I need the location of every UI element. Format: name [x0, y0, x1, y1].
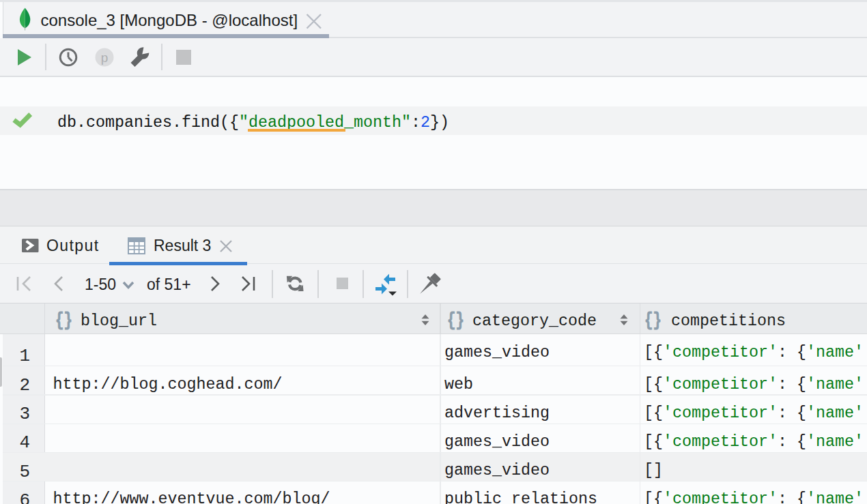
- svg-text:p: p: [101, 50, 109, 65]
